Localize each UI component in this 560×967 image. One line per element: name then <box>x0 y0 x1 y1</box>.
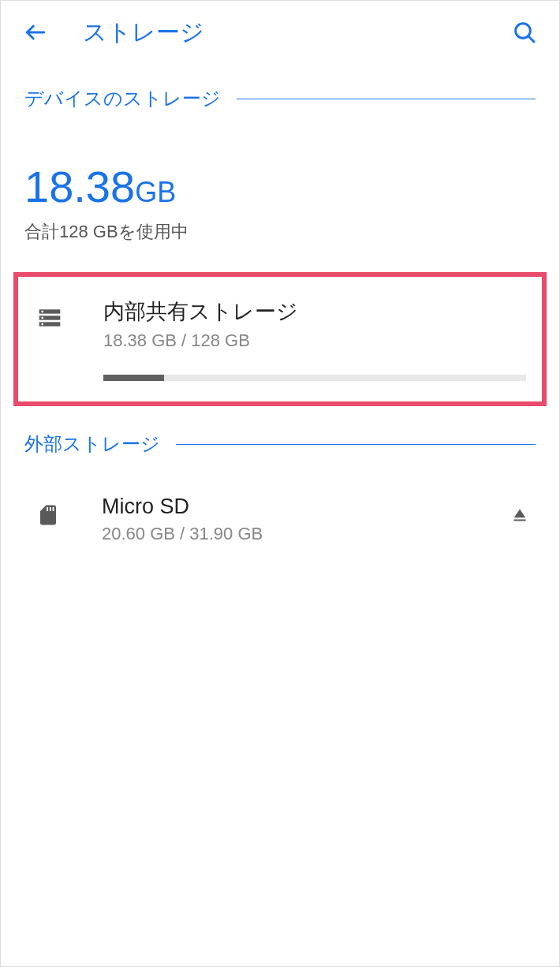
search-icon[interactable] <box>509 17 540 48</box>
page-title: ストレージ <box>83 17 509 49</box>
back-arrow-icon[interactable] <box>20 17 51 48</box>
usage-value: 18.38 <box>24 162 135 211</box>
storage-icon <box>34 302 65 334</box>
usage-summary: 18.38GB 合計128 GBを使用中 <box>1 121 559 263</box>
usage-amount-line: 18.38GB <box>24 165 536 209</box>
sd-card-icon <box>32 499 64 531</box>
internal-storage-content: 内部共有ストレージ 18.38 GB / 128 GB <box>103 297 526 381</box>
microsd-subtitle: 20.60 GB / 31.90 GB <box>102 524 504 544</box>
svg-point-6 <box>41 311 43 313</box>
microsd-content: Micro SD 20.60 GB / 31.90 GB <box>102 495 504 544</box>
external-storage-section-header: 外部ストレージ <box>1 416 559 466</box>
device-storage-section-header: デバイスのストレージ <box>1 64 559 121</box>
internal-storage-progress-fill <box>103 375 164 381</box>
internal-storage-subtitle: 18.38 GB / 128 GB <box>103 330 526 351</box>
section-divider <box>176 444 536 445</box>
internal-storage-title: 内部共有ストレージ <box>103 297 526 326</box>
svg-line-2 <box>528 36 534 42</box>
usage-unit: GB <box>135 176 176 208</box>
svg-point-8 <box>41 323 43 326</box>
eject-icon[interactable] <box>504 499 536 531</box>
microsd-title: Micro SD <box>102 495 504 519</box>
section-divider <box>237 99 536 99</box>
usage-subtext: 合計128 GBを使用中 <box>24 220 536 244</box>
app-header: ストレージ <box>1 1 559 64</box>
internal-storage-row[interactable]: 内部共有ストレージ 18.38 GB / 128 GB <box>13 272 547 406</box>
microsd-row[interactable]: Micro SD 20.60 GB / 31.90 GB <box>1 466 559 565</box>
internal-storage-progress <box>103 375 526 381</box>
external-storage-label: 外部ストレージ <box>24 431 160 457</box>
svg-point-7 <box>41 317 43 319</box>
device-storage-label: デバイスのストレージ <box>24 86 221 111</box>
